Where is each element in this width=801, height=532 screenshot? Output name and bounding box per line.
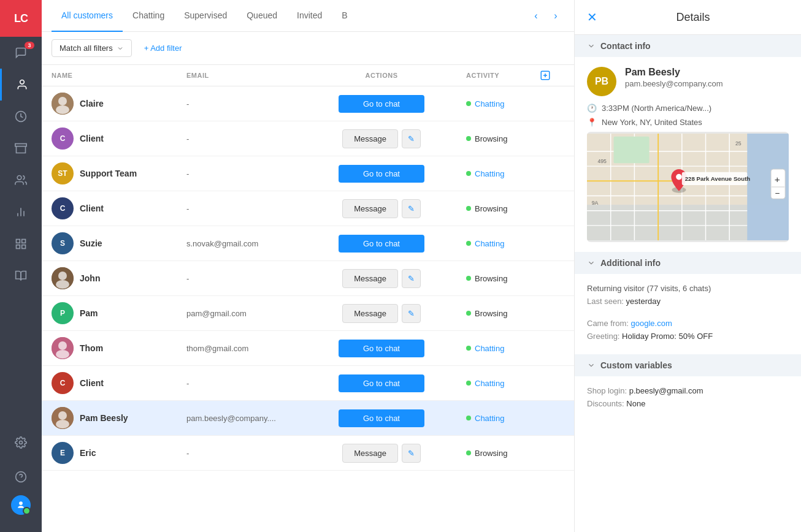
customer-email: - [186,449,297,458]
sidebar-item-team[interactable] [0,164,42,196]
table-row[interactable]: EEric-Message✎Browsing [42,436,574,471]
tab-b[interactable]: B [332,0,357,32]
go-to-chat-button[interactable]: Go to chat [339,95,424,113]
customer-email: - [186,99,297,108]
status-dot [466,416,471,420]
sidebar-item-help[interactable] [0,461,42,493]
sidebar-item-history[interactable] [0,101,42,132]
custom-variables-section-header[interactable]: Custom variables [575,354,801,376]
status-dot [466,101,471,106]
customer-name: John [80,273,100,283]
app-logo[interactable]: LC [0,0,42,37]
table-row[interactable]: Pam Beeslypam.beesly@company....Go to ch… [42,401,574,436]
tab-invited[interactable]: Invited [287,0,332,32]
edit-button[interactable]: ✎ [402,129,421,148]
match-filter-dropdown[interactable]: Match all filters [52,39,132,57]
status-dot [466,346,471,351]
sidebar-item-chat[interactable]: 3 [0,37,42,69]
action-cell: Message✎ [297,129,466,148]
svg-point-18 [58,97,67,105]
add-filter-button[interactable]: + Add filter [137,40,190,56]
go-to-chat-button[interactable]: Go to chat [339,340,424,357]
contact-email: pam.beesly@company.com [625,79,723,88]
table-row[interactable]: CClient-Message✎Browsing [42,191,574,226]
tab-chatting[interactable]: Chatting [123,0,174,32]
message-button[interactable]: Message [342,444,398,463]
edit-button[interactable]: ✎ [402,444,421,463]
table-row[interactable]: CClient-Go to chatChatting [42,366,574,401]
table-row[interactable]: SSuzies.novak@gmail.comGo to chatChattin… [42,226,574,261]
main-content: All customers Chatting Supervised Queued… [42,0,574,532]
go-to-chat-button[interactable]: Go to chat [339,409,424,427]
returning-visitor-value: Returning visitor (77 visits, 6 chats) [587,284,711,293]
svg-point-25 [56,350,69,359]
tab-prev-button[interactable]: ‹ [527,7,545,25]
contact-info-content: PB Pam Beesly pam.beesly@company.com 🕐 3… [575,57,801,252]
chat-badge: 3 [25,42,34,49]
table-row[interactable]: John-Message✎Browsing [42,261,574,296]
sidebar-item-settings[interactable] [0,427,42,458]
table-row[interactable]: Claire-Go to chatChatting [42,86,574,121]
came-from-link[interactable]: google.com [631,319,672,328]
col-actions: ACTIONS [297,70,466,81]
message-button[interactable]: Message [342,304,398,323]
svg-point-27 [58,411,67,420]
additional-info-section-header[interactable]: Additional info [575,252,801,274]
status-dot [466,206,471,211]
go-to-chat-button[interactable]: Go to chat [339,235,424,253]
status-dot [466,241,471,246]
tab-all-customers[interactable]: All customers [52,0,123,32]
table-row[interactable]: CClient-Message✎Browsing [42,121,574,156]
customer-email: pam@gmail.com [186,309,297,318]
status-dot [466,311,471,316]
status-text: Chatting [475,344,504,353]
edit-button[interactable]: ✎ [402,199,421,218]
table-row[interactable]: STSupport Team-Go to chatChatting [42,156,574,191]
customer-email: - [186,379,297,388]
message-button[interactable]: Message [342,199,398,218]
go-to-chat-button[interactable]: Go to chat [339,165,424,183]
go-to-chat-button[interactable]: Go to chat [339,374,424,392]
contact-time: 🕐 3:33PM (North America/New...) [587,104,789,113]
table-header-row: NAME EMAIL ACTIONS ACTIVITY [42,65,574,86]
name-cell: EEric [52,442,186,464]
add-column-button[interactable] [540,70,564,81]
sidebar-item-reports[interactable] [0,196,42,228]
svg-rect-10 [17,245,20,249]
tab-supervised[interactable]: Supervised [174,0,237,32]
svg-point-22 [56,280,69,289]
status-text: Chatting [475,169,504,178]
status-cell: Browsing [466,204,540,213]
status-dot [466,276,471,281]
contact-location: 📍 New York, NY, United States [587,118,789,127]
edit-button[interactable]: ✎ [402,304,421,323]
action-cell: Message✎ [297,304,466,323]
customer-name: Pam [80,308,98,318]
edit-button[interactable]: ✎ [402,269,421,288]
user-avatar-bottom[interactable] [0,493,42,525]
col-name: NAME [52,70,186,81]
customer-avatar [52,267,74,289]
table-row[interactable]: PPampam@gmail.comMessage✎Browsing [42,296,574,331]
message-button[interactable]: Message [342,269,398,288]
customer-name: Client [80,378,104,388]
svg-point-0 [20,80,24,85]
sidebar-item-archive[interactable] [0,132,42,164]
tab-queued[interactable]: Queued [237,0,287,32]
returning-visitor-info: Returning visitor (77 visits, 6 chats) [587,284,789,293]
tab-next-button[interactable]: › [547,7,564,25]
status-text: Chatting [475,239,504,248]
customer-name: Client [80,134,104,143]
svg-rect-31 [587,205,789,240]
sidebar-item-customers[interactable] [0,69,42,101]
sidebar-item-apps[interactable] [0,228,42,260]
status-cell: Browsing [466,449,540,458]
contact-info-section-header[interactable]: Contact info [575,35,801,57]
panel-header: ✕ Details [575,0,801,35]
message-button[interactable]: Message [342,129,398,148]
panel-close-button[interactable]: ✕ [587,10,597,25]
customer-avatar [52,407,74,429]
status-cell: Browsing [466,274,540,283]
sidebar-item-knowledgebase[interactable] [0,260,42,292]
table-row[interactable]: Thomthom@gmail.comGo to chatChatting [42,331,574,366]
